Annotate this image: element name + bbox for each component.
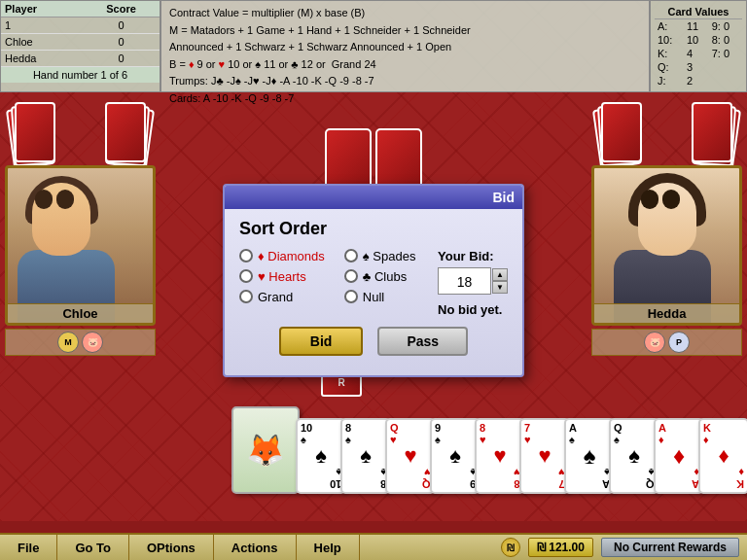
bid-input-wrapper: 18 ▲ ▼ [438,267,508,295]
radio-clubs[interactable]: ♣ Clubs [344,269,416,284]
radio-clubs-label: ♣ Clubs [363,269,407,284]
bid-dialog: Bid Sort Order ♦ Diamonds ♥ Hearts [223,184,524,377]
menu-goto[interactable]: Go To [57,535,129,560]
radio-hearts-circle[interactable] [239,269,253,283]
bid-input-section: Your Bid: 18 ▲ ▼ No bid yet. [428,249,508,317]
no-bid-text: No bid yet. [438,302,508,317]
bid-spin-down[interactable]: ▼ [492,281,508,294]
sort-col-1: ♦ Diamonds ♥ Hearts Grand [239,249,325,307]
radio-grand-label: Grand [258,290,293,304]
menubar-spacer [360,535,493,560]
radio-null-label: Null [363,290,384,304]
coin-icon: ₪ [501,538,520,557]
menu-help[interactable]: Help [297,535,360,560]
radio-diamonds-circle[interactable] [239,249,253,262]
radio-hearts-label: ♥ Hearts [258,269,306,284]
pass-button[interactable]: Pass [377,327,468,356]
radio-spades[interactable]: ♠ Spades [344,249,416,263]
dialog-buttons: Bid Pass [239,317,508,366]
menubar: File Go To OPtions Actions Help ₪ ₪ 121.… [0,533,747,560]
dialog-overlay: Bid Sort Order ♦ Diamonds ♥ Hearts [0,0,747,560]
bid-button[interactable]: Bid [279,327,364,356]
radio-null[interactable]: Null [344,290,416,304]
radio-diamonds[interactable]: ♦ Diamonds [239,249,325,263]
bid-spin-up[interactable]: ▲ [492,268,508,281]
radio-grand[interactable]: Grand [239,290,325,304]
radio-null-circle[interactable] [344,290,358,303]
sort-order-title: Sort Order [239,219,508,239]
balance-display: ₪ 121.00 [528,538,593,557]
bid-value-display[interactable]: 18 [438,267,491,295]
radio-clubs-circle[interactable] [344,269,358,283]
radio-spades-circle[interactable] [344,249,358,262]
radio-diamonds-label: ♦ Diamonds [258,249,325,263]
your-bid-label: Your Bid: [438,249,508,263]
menu-file[interactable]: File [0,535,57,560]
sort-options: ♦ Diamonds ♥ Hearts Grand [239,249,415,307]
bid-dialog-titlebar: Bid [225,186,522,209]
radio-hearts[interactable]: ♥ Hearts [239,269,325,284]
sort-col-2: ♠ Spades ♣ Clubs Null [344,249,416,307]
bid-spinner: ▲ ▼ [492,268,508,294]
rewards-display: No Current Rewards [601,538,739,557]
radio-spades-label: ♠ Spades [363,249,416,263]
menu-actions[interactable]: Actions [214,535,297,560]
menu-options[interactable]: OPtions [129,535,214,560]
bid-dialog-body: Sort Order ♦ Diamonds ♥ Hearts [225,209,522,375]
status-area: ₪ ₪ 121.00 No Current Rewards [493,535,747,560]
radio-grand-circle[interactable] [239,290,253,303]
